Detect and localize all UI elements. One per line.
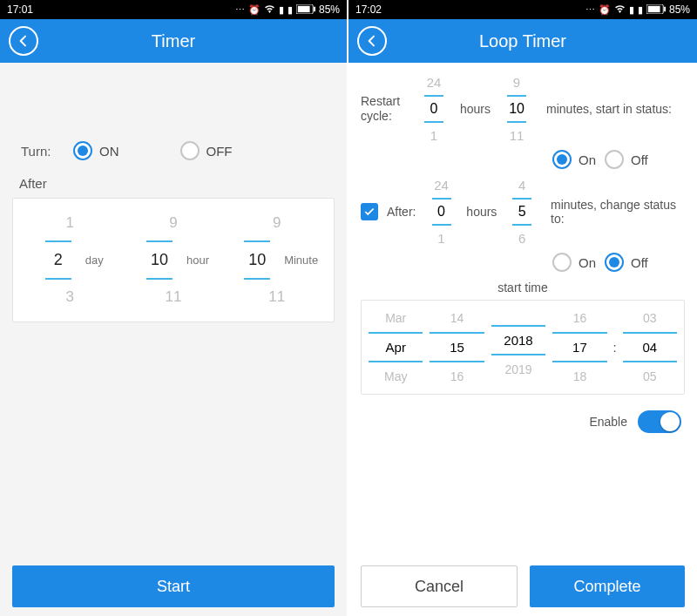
- after-rest-label: minutes, change status to:: [551, 198, 685, 226]
- turn-off-option[interactable]: OFF: [180, 141, 233, 160]
- dt-hour-sel: 17: [552, 332, 606, 362]
- restart-hours-picker[interactable]: 24 0 1: [416, 71, 451, 146]
- turn-label: Turn:: [21, 144, 73, 159]
- after-hours-word: hours: [463, 205, 500, 219]
- hour-picker[interactable]: 9 10hour 11: [122, 207, 226, 313]
- signal1-icon: ▮: [629, 5, 634, 15]
- dom-prev: 14: [426, 306, 487, 330]
- month-picker[interactable]: Mar Apr May: [365, 306, 426, 389]
- svg-rect-1: [298, 5, 310, 11]
- battery-icon: [296, 4, 315, 16]
- back-button[interactable]: [9, 26, 38, 56]
- alarm-icon: ⏰: [248, 5, 261, 15]
- chevron-left-icon: [365, 34, 379, 48]
- start-button[interactable]: Start: [12, 565, 335, 607]
- after-minutes-picker[interactable]: 4 5 6: [505, 174, 538, 249]
- svg-rect-2: [314, 6, 315, 11]
- hour-selected: 10: [146, 240, 173, 280]
- more-icon: ⋯: [585, 5, 595, 15]
- dayofmonth-picker[interactable]: 14 15 16: [426, 306, 487, 389]
- enable-switch[interactable]: [638, 410, 681, 433]
- after-min-next: 6: [505, 227, 538, 249]
- minute-unit: Minute: [284, 254, 318, 267]
- restart-hours-word: hours: [457, 102, 494, 116]
- after-off-option[interactable]: Off: [605, 253, 648, 272]
- restart-status-row: On Off: [552, 150, 685, 169]
- day-picker[interactable]: 1 2day 3: [18, 207, 122, 313]
- phone-loop-timer: 17:02 ⋯ ⏰ ▮ ▮ 85% Loop Timer: [348, 0, 697, 616]
- restart-min-next: 11: [499, 125, 534, 146]
- dt-min-sel: 04: [623, 332, 677, 362]
- year-next: 2019: [488, 357, 549, 382]
- page-title: Timer: [0, 31, 347, 51]
- enable-label: Enable: [589, 415, 627, 429]
- after-checkbox[interactable]: [361, 203, 378, 220]
- day-selected: 2: [45, 240, 71, 280]
- page-title: Loop Timer: [348, 31, 697, 51]
- header: Loop Timer: [348, 19, 697, 63]
- dom-next: 16: [426, 364, 487, 389]
- signal2-icon: ▮: [288, 5, 293, 15]
- month-prev: Mar: [365, 306, 426, 330]
- day-next: 3: [18, 281, 122, 313]
- dt-hour-prev: 16: [549, 306, 610, 330]
- restart-label: Restart cycle:: [361, 94, 411, 124]
- after-status-row: On Off: [552, 253, 685, 272]
- after-min-prev: 4: [505, 174, 538, 196]
- minute-selected: 10: [244, 240, 270, 280]
- after-hours-sel: 0: [432, 198, 451, 226]
- restart-min-sel: 10: [507, 95, 526, 123]
- turn-on-option[interactable]: ON: [73, 141, 119, 160]
- battery-icon: [646, 4, 666, 16]
- signal2-icon: ▮: [638, 5, 643, 15]
- radio-on[interactable]: [73, 141, 92, 160]
- radio-off[interactable]: [180, 141, 200, 160]
- radio-on[interactable]: [552, 150, 572, 169]
- header: Timer: [0, 19, 347, 63]
- radio-off[interactable]: [605, 253, 624, 272]
- restart-hours-sel: 0: [424, 95, 443, 123]
- year-picker[interactable]: 2018 2019: [488, 313, 549, 382]
- restart-on-option[interactable]: On: [552, 150, 596, 169]
- duration-picker[interactable]: 1 2day 3 9 10hour 11 9 10Minute 11: [12, 198, 335, 322]
- restart-hours-prev: 24: [416, 71, 451, 93]
- hour-next: 11: [122, 281, 226, 313]
- more-icon: ⋯: [235, 5, 245, 15]
- radio-on[interactable]: [552, 253, 572, 272]
- after-on-option[interactable]: On: [552, 253, 596, 272]
- status-bar: 17:01 ⋯ ⏰ ▮ ▮ 85%: [0, 0, 347, 19]
- dt-minute-picker[interactable]: 03 04 05: [619, 306, 680, 389]
- wifi-icon: [614, 4, 626, 15]
- status-icons: ⋯ ⏰ ▮ ▮ 85%: [585, 3, 690, 16]
- hour-unit: hour: [186, 254, 209, 267]
- enable-row: Enable: [361, 410, 685, 433]
- after-hours-picker[interactable]: 24 0 1: [425, 174, 458, 249]
- year-sel: 2018: [491, 325, 545, 355]
- after-label: After: [0, 160, 347, 198]
- radio-off[interactable]: [605, 150, 624, 169]
- restart-minutes-picker[interactable]: 9 10 11: [499, 71, 534, 146]
- after-hours-prev: 24: [425, 174, 458, 196]
- complete-button[interactable]: Complete: [530, 565, 685, 607]
- datetime-picker[interactable]: Mar Apr May 14 15 16 2018 2019 16 17: [361, 300, 685, 395]
- after-on-label: On: [579, 255, 596, 270]
- restart-rest-label: minutes, start in status:: [546, 102, 672, 116]
- start-time-label: start time: [361, 281, 685, 294]
- alarm-icon: ⏰: [599, 5, 611, 15]
- cancel-button[interactable]: Cancel: [361, 565, 518, 607]
- minute-picker[interactable]: 9 10Minute 11: [225, 207, 328, 313]
- wifi-icon: [264, 4, 275, 15]
- turn-on-label: ON: [99, 144, 119, 159]
- after-min-sel: 5: [512, 198, 531, 226]
- month-sel: Apr: [369, 332, 423, 362]
- restart-off-label: Off: [631, 152, 648, 167]
- signal1-icon: ▮: [279, 5, 284, 15]
- switch-knob: [660, 412, 680, 431]
- restart-on-label: On: [579, 152, 596, 167]
- dt-min-prev: 03: [619, 306, 680, 330]
- restart-off-option[interactable]: Off: [605, 150, 648, 169]
- back-button[interactable]: [357, 26, 387, 56]
- hour-prev: 9: [122, 207, 226, 239]
- hour-picker[interactable]: 16 17 18: [549, 306, 610, 389]
- day-unit: day: [85, 254, 104, 267]
